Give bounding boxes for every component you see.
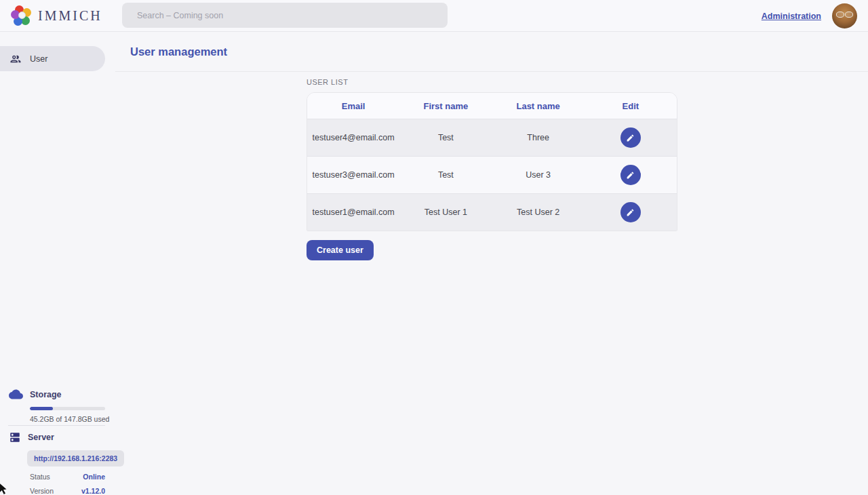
page-title: User management bbox=[130, 45, 227, 58]
immich-logo-icon bbox=[12, 5, 33, 26]
cell-email: testuser1@email.com bbox=[307, 207, 399, 217]
cell-last-name: Three bbox=[492, 133, 585, 142]
edit-user-button[interactable] bbox=[620, 165, 641, 185]
table-row: testuser3@email.com Test User 3 bbox=[307, 156, 677, 193]
column-header-email: Email bbox=[307, 101, 399, 111]
cell-first-name: Test bbox=[399, 133, 492, 142]
cell-first-name: Test User 1 bbox=[399, 207, 492, 217]
app-title: IMMICH bbox=[38, 8, 102, 24]
cell-last-name: User 3 bbox=[492, 170, 585, 180]
server-icon bbox=[9, 431, 21, 443]
sidebar-item-label: User bbox=[30, 54, 47, 64]
table-row: testuser1@email.com Test User 1 Test Use… bbox=[307, 193, 677, 231]
storage-progress-fill bbox=[30, 407, 53, 410]
pencil-icon bbox=[626, 134, 635, 142]
pencil-icon bbox=[626, 171, 635, 180]
server-version-label: Version bbox=[30, 487, 54, 495]
server-widget: Server http://192.168.1.216:2283 Status … bbox=[0, 431, 115, 495]
sidebar-item-user[interactable]: User bbox=[0, 46, 105, 71]
cell-email: testuser3@email.com bbox=[307, 170, 399, 180]
server-status-value: Online bbox=[83, 473, 105, 481]
user-list-section: USER LIST Email First name Last name Edi… bbox=[307, 78, 677, 260]
mouse-cursor bbox=[0, 482, 9, 494]
user-table: Email First name Last name Edit testuser… bbox=[307, 92, 677, 231]
server-url: http://192.168.1.216:2283 bbox=[27, 450, 124, 467]
user-avatar[interactable] bbox=[832, 3, 857, 28]
storage-widget: Storage 45.2GB of 147.8GB used bbox=[0, 387, 115, 423]
table-row: testuser4@email.com Test Three bbox=[307, 119, 677, 156]
section-title: USER LIST bbox=[307, 78, 677, 86]
sidebar-divider bbox=[8, 425, 105, 426]
page-titlebar: User management bbox=[115, 32, 868, 72]
cell-first-name: Test bbox=[399, 170, 492, 180]
pencil-icon bbox=[626, 208, 635, 217]
column-header-first-name: First name bbox=[399, 101, 492, 111]
storage-usage-text: 45.2GB of 147.8GB used bbox=[30, 415, 115, 423]
administration-link[interactable]: Administration bbox=[762, 12, 821, 21]
column-header-last-name: Last name bbox=[492, 101, 585, 111]
edit-user-button[interactable] bbox=[620, 202, 641, 222]
storage-progress-bar bbox=[30, 407, 105, 410]
app-header: IMMICH Administration bbox=[0, 0, 868, 32]
column-header-edit: Edit bbox=[585, 101, 677, 111]
cell-email: testuser4@email.com bbox=[307, 133, 399, 142]
brand: IMMICH bbox=[12, 5, 114, 26]
server-version-value: v1.12.0 bbox=[81, 487, 105, 495]
cell-last-name: Test User 2 bbox=[492, 207, 585, 217]
storage-title: Storage bbox=[30, 390, 62, 399]
search-input[interactable] bbox=[122, 3, 448, 28]
people-icon bbox=[9, 53, 22, 65]
server-title: Server bbox=[28, 433, 54, 442]
server-status-label: Status bbox=[30, 473, 50, 481]
create-user-button[interactable]: Create user bbox=[307, 240, 374, 260]
cloud-icon bbox=[9, 387, 23, 401]
edit-user-button[interactable] bbox=[620, 127, 641, 148]
table-header-row: Email First name Last name Edit bbox=[307, 93, 677, 119]
